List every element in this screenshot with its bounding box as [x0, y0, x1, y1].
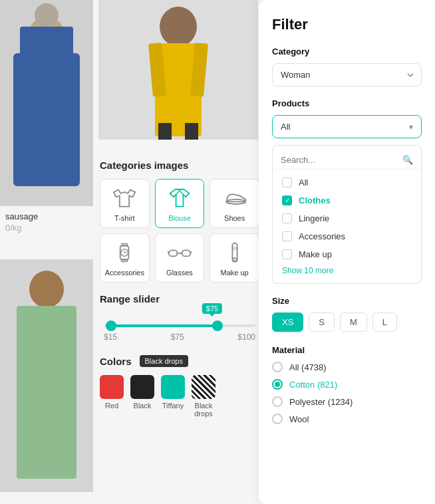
center-panel: Categories images T-shirt Blouse [93, 0, 266, 504]
category-blouse-label: Blouse [168, 214, 191, 222]
slider-max: $100 [237, 332, 255, 342]
checkbox-accessories[interactable] [282, 231, 292, 241]
category-glasses-label: Glasses [166, 269, 193, 277]
checkbox-clothes[interactable] [282, 195, 292, 205]
category-shoes[interactable]: Shoes [210, 179, 259, 228]
blouse-icon [168, 186, 192, 210]
product-price: 0/kg [5, 223, 22, 233]
svg-point-5 [29, 271, 64, 308]
slider-fill [111, 324, 218, 327]
black-swatch[interactable] [130, 375, 154, 399]
drops-swatch[interactable] [192, 375, 216, 399]
show-more-link[interactable]: Show 10 more [273, 263, 421, 278]
radio-label-all: All (4738) [289, 362, 327, 372]
dropdown-item-accessories[interactable]: Accessories [273, 227, 421, 245]
material-all[interactable]: All (4738) [272, 362, 422, 372]
category-section: Category Woman Man Kids [272, 47, 422, 98]
dropdown-item-clothes[interactable]: Clothes [273, 191, 421, 209]
category-tshirt-label: T-shirt [114, 214, 135, 222]
black-label: Black [134, 402, 152, 410]
size-label: Size [272, 296, 422, 306]
color-tiffany[interactable]: Tiffany [161, 375, 185, 418]
category-blouse[interactable]: Blouse [155, 179, 205, 228]
product-label-sausage: sausage 0/kg [0, 206, 93, 259]
product-name: sausage [5, 211, 38, 221]
svg-rect-6 [17, 306, 76, 479]
color-swatches: Red Black Tiffany Blackdrops [100, 375, 259, 418]
radio-label-cotton: Cotton (821) [289, 380, 337, 390]
color-red[interactable]: Red [100, 375, 124, 418]
tiffany-label: Tiffany [162, 402, 184, 410]
radio-wool[interactable] [272, 414, 283, 424]
checkbox-makeup[interactable] [282, 249, 292, 259]
tiffany-swatch[interactable] [161, 375, 185, 399]
filter-title: Filter [272, 16, 422, 33]
category-makeup-label: Make up [221, 269, 249, 277]
colors-header: Colors Black drops [100, 355, 259, 367]
search-box: 🔍 [273, 151, 421, 170]
checkbox-lingerie[interactable] [282, 213, 292, 223]
material-section: Material All (4738) Cotton (821) Polyest… [272, 345, 422, 424]
svg-point-1 [28, 17, 65, 57]
category-glasses[interactable]: Glasses [155, 233, 205, 283]
products-dropdown: 🔍 All Clothes Lingerie Accessories [272, 145, 422, 284]
slider-tooltip: $75 [202, 303, 222, 314]
watch-icon [112, 241, 136, 265]
dropdown-label-all: All [299, 178, 308, 188]
size-section: Size XS S M L [272, 296, 422, 332]
colors-section: Colors Black drops Red Black Tiffany Bla… [100, 355, 259, 418]
radio-polyester[interactable] [272, 396, 283, 407]
drops-label: Blackdrops [194, 402, 213, 418]
svg-rect-20 [122, 259, 128, 262]
size-s[interactable]: S [309, 313, 335, 332]
products-select-display[interactable]: All ▾ [272, 115, 422, 138]
radio-all[interactable] [272, 362, 283, 372]
dropdown-item-makeup[interactable]: Make up [273, 245, 421, 263]
color-black[interactable]: Black [130, 375, 154, 418]
size-m[interactable]: M [340, 313, 367, 332]
shoes-icon [223, 186, 247, 210]
categories-title: Categories images [100, 160, 259, 171]
dropdown-label-clothes: Clothes [299, 195, 331, 205]
red-swatch[interactable] [100, 375, 124, 399]
slider-thumb-right[interactable]: $75 [212, 320, 223, 331]
dropdown-item-all[interactable]: All [273, 174, 421, 191]
material-wool[interactable]: Wool [272, 414, 422, 424]
colors-title: Colors [100, 356, 132, 367]
material-cotton[interactable]: Cotton (821) [272, 379, 422, 390]
dropdown-label-accessories: Accessories [299, 231, 345, 241]
category-tshirt[interactable]: T-shirt [100, 179, 150, 228]
dropdown-label-lingerie: Lingerie [299, 213, 329, 223]
radio-cotton[interactable] [272, 379, 283, 390]
dropdown-item-lingerie[interactable]: Lingerie [273, 209, 421, 227]
red-label: Red [105, 402, 118, 410]
color-drops[interactable]: Blackdrops [192, 375, 216, 418]
size-xs[interactable]: XS [272, 313, 303, 332]
category-grid: T-shirt Blouse Shoes [100, 179, 259, 283]
slider-thumb-left[interactable] [106, 320, 116, 331]
search-icon: 🔍 [402, 155, 413, 165]
svg-text:adidas: adidas [33, 98, 61, 108]
glasses-icon [168, 241, 192, 265]
slider-container[interactable]: $75 $15 $75 $100 [104, 324, 255, 342]
products-select-wrap: All ▾ [272, 115, 422, 138]
products-label: Products [272, 98, 422, 108]
category-makeup[interactable]: Make up [210, 233, 259, 283]
products-section: Products All ▾ 🔍 All Clothes [272, 98, 422, 284]
category-select[interactable]: Woman Man Kids [272, 63, 422, 86]
checkbox-all[interactable] [282, 178, 292, 188]
product-image-1[interactable]: adidas [0, 0, 93, 206]
left-product-column: adidas sausage 0/kg [0, 0, 93, 504]
size-l[interactable]: L [372, 313, 397, 332]
size-buttons: XS S M L [272, 313, 422, 332]
svg-rect-2 [13, 53, 80, 186]
category-accessories[interactable]: Accessories [100, 233, 150, 283]
product-image-3[interactable] [0, 259, 93, 492]
range-slider-title: Range slider [100, 293, 259, 305]
material-label: Material [272, 345, 422, 355]
material-polyester[interactable]: Polyester (1234) [272, 396, 422, 407]
products-selected-value: All [281, 122, 290, 132]
search-input[interactable] [281, 155, 402, 165]
radio-label-polyester: Polyester (1234) [289, 397, 353, 407]
category-accessories-label: Accessories [105, 269, 144, 277]
